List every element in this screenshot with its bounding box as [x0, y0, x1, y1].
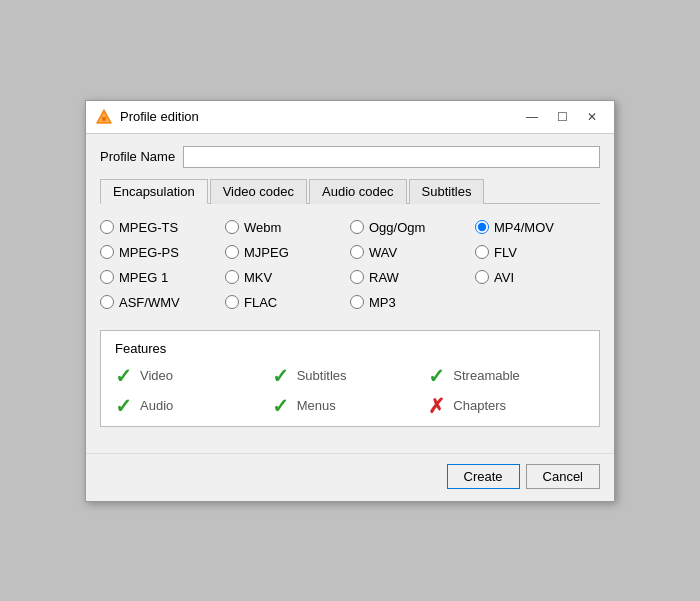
radio-avi[interactable]: AVI — [475, 270, 600, 285]
profile-name-input[interactable] — [183, 146, 600, 168]
tab-bar: Encapsulation Video codec Audio codec Su… — [100, 178, 600, 204]
check-icon-video: ✓ — [115, 366, 132, 386]
feature-audio: ✓ Audio — [115, 396, 272, 416]
features-title: Features — [115, 341, 585, 356]
radio-mp4-mov[interactable]: MP4/MOV — [475, 220, 600, 235]
feature-subtitles: ✓ Subtitles — [272, 366, 429, 386]
check-icon-audio: ✓ — [115, 396, 132, 416]
radio-mp3[interactable]: MP3 — [350, 295, 475, 310]
window-title: Profile edition — [120, 109, 199, 124]
radio-asf-wmv[interactable]: ASF/WMV — [100, 295, 225, 310]
radio-mkv[interactable]: MKV — [225, 270, 350, 285]
radio-mpeg1[interactable]: MPEG 1 — [100, 270, 225, 285]
radio-mpeg-ps[interactable]: MPEG-PS — [100, 245, 225, 260]
close-button[interactable]: ✕ — [578, 107, 606, 127]
feature-label-subtitles: Subtitles — [297, 368, 347, 383]
feature-label-video: Video — [140, 368, 173, 383]
feature-label-audio: Audio — [140, 398, 173, 413]
profile-name-row: Profile Name — [100, 146, 600, 168]
feature-label-streamable: Streamable — [453, 368, 519, 383]
cancel-button[interactable]: Cancel — [526, 464, 600, 489]
feature-label-chapters: Chapters — [453, 398, 506, 413]
radio-raw[interactable]: RAW — [350, 270, 475, 285]
tab-encapsulation[interactable]: Encapsulation — [100, 179, 208, 204]
profile-edition-window: Profile edition — ☐ ✕ Profile Name Encap… — [85, 100, 615, 502]
check-icon-streamable: ✓ — [428, 366, 445, 386]
feature-label-menus: Menus — [297, 398, 336, 413]
cross-icon-chapters: ✗ — [428, 396, 445, 416]
radio-placeholder — [475, 295, 600, 310]
feature-video: ✓ Video — [115, 366, 272, 386]
encapsulation-options: MPEG-TS Webm Ogg/Ogm MP4/MOV MPEG-PS MJP… — [100, 216, 600, 314]
radio-mjpeg[interactable]: MJPEG — [225, 245, 350, 260]
check-icon-menus: ✓ — [272, 396, 289, 416]
features-grid: ✓ Video ✓ Subtitles ✓ Streamable ✓ Audio… — [115, 366, 585, 416]
tab-audio-codec[interactable]: Audio codec — [309, 179, 407, 204]
tab-video-codec[interactable]: Video codec — [210, 179, 307, 204]
title-controls: — ☐ ✕ — [518, 107, 606, 127]
radio-flac[interactable]: FLAC — [225, 295, 350, 310]
svg-rect-2 — [102, 117, 106, 121]
radio-ogg-ogm[interactable]: Ogg/Ogm — [350, 220, 475, 235]
check-icon-subtitles: ✓ — [272, 366, 289, 386]
features-box: Features ✓ Video ✓ Subtitles ✓ Streamabl… — [100, 330, 600, 427]
title-bar-left: Profile edition — [94, 107, 199, 127]
tab-subtitles[interactable]: Subtitles — [409, 179, 485, 204]
radio-flv[interactable]: FLV — [475, 245, 600, 260]
radio-mpeg-ts[interactable]: MPEG-TS — [100, 220, 225, 235]
feature-chapters: ✗ Chapters — [428, 396, 585, 416]
minimize-button[interactable]: — — [518, 107, 546, 127]
window-content: Profile Name Encapsulation Video codec A… — [86, 134, 614, 439]
bottom-bar: Create Cancel — [86, 453, 614, 501]
feature-streamable: ✓ Streamable — [428, 366, 585, 386]
create-button[interactable]: Create — [447, 464, 520, 489]
radio-wav[interactable]: WAV — [350, 245, 475, 260]
profile-name-label: Profile Name — [100, 149, 175, 164]
vlc-icon — [94, 107, 114, 127]
feature-menus: ✓ Menus — [272, 396, 429, 416]
maximize-button[interactable]: ☐ — [548, 107, 576, 127]
radio-webm[interactable]: Webm — [225, 220, 350, 235]
title-bar: Profile edition — ☐ ✕ — [86, 101, 614, 134]
